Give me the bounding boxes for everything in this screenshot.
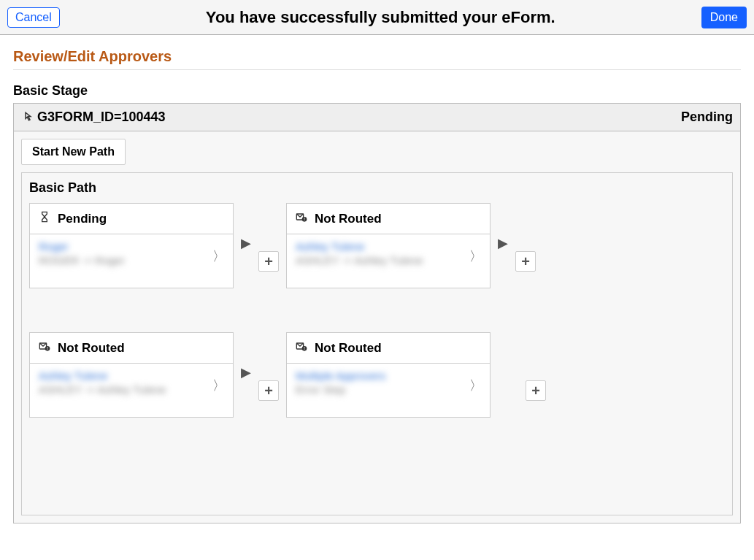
add-step-button[interactable]: + [526, 380, 546, 401]
stage-status: Pending [681, 110, 733, 125]
approver-link[interactable]: Roger [39, 240, 224, 253]
start-new-path-button[interactable]: Start New Path [21, 139, 126, 165]
section-title: Review/Edit Approvers [13, 48, 741, 70]
app-header: Cancel You have successfully submitted y… [0, 0, 754, 35]
notrouted-icon: ! [296, 211, 307, 226]
notrouted-icon: ! [296, 340, 307, 356]
approver-link[interactable]: Ashley Tulene [39, 369, 224, 382]
approver-detail: ASHLEY -> Ashley Tulene [296, 254, 423, 266]
card-header: Pending [30, 204, 233, 234]
path-box: Basic Path Pending [21, 172, 733, 515]
chevron-right-icon[interactable]: 〉 [212, 248, 226, 265]
cards-row-1: Pending Roger ROGER -> Roger 〉 ▶ + [29, 203, 725, 288]
card-status: Not Routed [315, 341, 382, 356]
page-title: You have successfully submitted your eFo… [60, 8, 701, 27]
approver-card: Pending Roger ROGER -> Roger 〉 [29, 203, 234, 288]
card-body: Ashley Tulene ASHLEY -> Ashley Tulene 〉 [287, 234, 490, 288]
notrouted-icon: ! [39, 340, 50, 356]
cursor-icon [21, 111, 34, 124]
card-header: ! Not Routed [30, 333, 233, 364]
stage-title: Basic Stage [13, 83, 741, 99]
add-step-button[interactable]: + [258, 380, 279, 401]
content-area: Review/Edit Approvers Basic Stage G3FORM… [0, 35, 754, 537]
approver-card: ! Not Routed Ashley Tulene ASHLEY -> Ash… [286, 203, 491, 288]
approver-detail: Error Step [296, 383, 345, 396]
card-body: Ashley Tulene ASHLEY -> Ashley Tulene 〉 [30, 364, 233, 417]
approver-detail: ROGER -> Roger [39, 254, 125, 266]
card-status: Not Routed [315, 212, 382, 226]
approver-card: ! Not Routed Ashley Tulene ASHLEY -> Ash… [29, 332, 234, 418]
cards-row-2: ! Not Routed Ashley Tulene ASHLEY -> Ash… [29, 332, 725, 418]
hourglass-icon [39, 211, 50, 226]
approver-card: ! Not Routed Multiple Approvers Error St… [286, 332, 491, 418]
cancel-button[interactable]: Cancel [7, 7, 60, 28]
card-header: ! Not Routed [287, 333, 490, 364]
done-button[interactable]: Done [701, 7, 747, 28]
chevron-right-icon[interactable]: 〉 [212, 377, 226, 394]
approver-link[interactable]: Ashley Tulene [296, 240, 481, 253]
card-status: Pending [58, 212, 107, 226]
path-title: Basic Path [29, 180, 725, 196]
chevron-right-icon[interactable]: 〉 [469, 377, 482, 394]
arrow-right-icon: ▶ [241, 203, 251, 251]
add-step-button[interactable]: + [515, 251, 536, 272]
approver-link[interactable]: Multiple Approvers [296, 369, 481, 382]
card-status: Not Routed [58, 341, 125, 356]
arrow-right-icon: ▶ [498, 203, 508, 251]
add-step-button[interactable]: + [258, 251, 279, 272]
stage-body: Start New Path Basic Path Pending [14, 131, 740, 523]
card-header: ! Not Routed [287, 204, 490, 234]
form-id-label: G3FORM_ID=100443 [37, 110, 166, 125]
approver-detail: ASHLEY -> Ashley Tulene [39, 383, 166, 396]
chevron-right-icon[interactable]: 〉 [469, 248, 482, 265]
stage-box: G3FORM_ID=100443 Pending Start New Path … [13, 103, 741, 523]
card-body: Multiple Approvers Error Step 〉 [287, 364, 490, 417]
card-body: Roger ROGER -> Roger 〉 [30, 234, 233, 288]
stage-header: G3FORM_ID=100443 Pending [14, 104, 740, 131]
arrow-right-icon: ▶ [241, 332, 251, 380]
